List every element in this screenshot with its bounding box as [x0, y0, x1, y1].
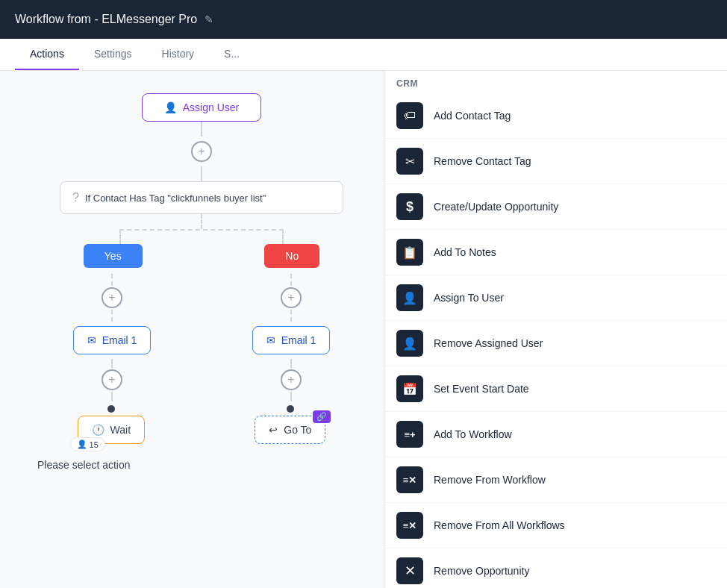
- action-item-create-opportunity[interactable]: $ Create/Update Opportunity: [384, 184, 727, 230]
- action-label-remove-opportunity: Remove Opportunity: [434, 565, 529, 577]
- action-icon-add-contact-tag: 🏷: [396, 102, 423, 129]
- workflow-canvas: 👤 Assign User + ? If Contact Has Tag "cl…: [0, 71, 384, 588]
- action-label-create-opportunity: Create/Update Opportunity: [434, 201, 558, 213]
- action-icon-add-workflow: ≡+: [396, 421, 423, 448]
- action-item-remove-opportunity[interactable]: ✕ Remove Opportunity: [384, 548, 727, 588]
- link-badge: 🔗: [313, 410, 331, 423]
- action-icon-remove-from-workflow: ≡✕: [396, 466, 423, 493]
- add-btn-yes[interactable]: +: [102, 287, 122, 308]
- goto-node[interactable]: ↩ Go To 🔗: [255, 416, 325, 444]
- branch-h-connector: [22, 214, 381, 244]
- wait-goto-row: 🕐 Wait 👤 15 ↩ Go To: [22, 405, 381, 444]
- main-content: 👤 Assign User + ? If Contact Has Tag "cl…: [0, 71, 727, 588]
- branch-section: Yes No + +: [22, 214, 381, 477]
- goto-label: Go To: [284, 424, 311, 436]
- user-icon-small: 👤: [77, 440, 87, 449]
- add-step-btn-1[interactable]: +: [191, 141, 212, 162]
- wait-node-wrapper: 🕐 Wait 👤 15: [78, 405, 145, 444]
- action-item-remove-from-workflow[interactable]: ≡✕ Remove From Workflow: [384, 457, 727, 503]
- branch-v-connectors: + +: [22, 274, 381, 322]
- email-nodes-row: ✉ Email 1 ✉ Email 1: [22, 326, 381, 354]
- goto-icon: ↩: [269, 424, 278, 436]
- tab-actions[interactable]: Actions: [15, 39, 79, 70]
- user-count: 15: [90, 440, 99, 449]
- add-btn-no-2[interactable]: +: [281, 369, 302, 390]
- tab-s[interactable]: S...: [209, 39, 255, 70]
- condition-text: If Contact Has Tag "clickfunnels buyer l…: [85, 193, 266, 204]
- email-label-1: Email 1: [102, 334, 137, 346]
- email-icon-2: ✉: [266, 334, 275, 346]
- please-select-text: Please select action: [37, 453, 131, 477]
- below-email-connectors: + +: [22, 359, 381, 401]
- connector-line-2: [201, 166, 202, 181]
- action-icon-add-notes: 📋: [396, 239, 423, 266]
- workflow-area: 👤 Assign User + ? If Contact Has Tag "cl…: [15, 86, 384, 477]
- please-select-section: Please select action: [37, 453, 381, 477]
- tab-history[interactable]: History: [147, 39, 210, 70]
- action-item-assign-user[interactable]: 👤 Assign To User: [384, 275, 727, 321]
- header: Workflow from - ELMessenger Pro ✎: [0, 0, 727, 39]
- action-item-remove-assigned-user[interactable]: 👤 Remove Assigned User: [384, 321, 727, 366]
- action-icon-set-event-date: 📅: [396, 375, 423, 402]
- wait-label: Wait: [110, 424, 131, 436]
- action-label-remove-assigned-user: Remove Assigned User: [434, 337, 543, 349]
- panel-section-label: CRM: [384, 71, 727, 93]
- edit-icon[interactable]: ✎: [205, 13, 213, 25]
- email-node-no[interactable]: ✉ Email 1: [252, 326, 331, 354]
- tab-settings[interactable]: Settings: [79, 39, 147, 70]
- connector-line-1: [201, 122, 202, 137]
- condition-row: ? If Contact Has Tag "clickfunnels buyer…: [15, 181, 384, 214]
- right-panel: CRM 🏷 Add Contact Tag ✂ Remove Contact T…: [384, 71, 727, 588]
- action-icon-remove-assigned-user: 👤: [396, 330, 423, 357]
- add-btn-no[interactable]: +: [281, 287, 302, 308]
- action-label-add-notes: Add To Notes: [434, 246, 496, 258]
- action-label-remove-from-workflow: Remove From Workflow: [434, 474, 546, 486]
- assign-user-row: 👤 Assign User: [15, 93, 384, 122]
- email-label-2: Email 1: [281, 334, 316, 346]
- help-icon: ?: [72, 191, 79, 204]
- action-item-add-notes[interactable]: 📋 Add To Notes: [384, 230, 727, 275]
- action-label-set-event-date: Set Event Start Date: [434, 383, 529, 395]
- goto-node-wrapper: ↩ Go To 🔗: [255, 405, 325, 444]
- no-button[interactable]: No: [264, 244, 319, 268]
- action-label-add-workflow: Add To Workflow: [434, 428, 512, 440]
- action-label-remove-all-workflows: Remove From All Workflows: [434, 519, 565, 531]
- action-item-add-contact-tag[interactable]: 🏷 Add Contact Tag: [384, 93, 727, 139]
- assign-user-icon: 👤: [164, 101, 177, 113]
- action-item-remove-all-workflows[interactable]: ≡✕ Remove From All Workflows: [384, 503, 727, 548]
- user-badge: 👤 15: [70, 437, 105, 451]
- action-label-remove-contact-tag: Remove Contact Tag: [434, 155, 531, 167]
- tabs-bar: Actions Settings History S...: [0, 39, 727, 71]
- assign-user-node[interactable]: 👤 Assign User: [142, 93, 261, 122]
- clock-icon: 🕐: [92, 424, 104, 436]
- action-icon-create-opportunity: $: [396, 193, 423, 220]
- action-item-set-event-date[interactable]: 📅 Set Event Start Date: [384, 366, 727, 412]
- add-btn-yes-2[interactable]: +: [102, 369, 122, 390]
- email-node-yes[interactable]: ✉ Email 1: [73, 326, 152, 354]
- action-icon-remove-all-workflows: ≡✕: [396, 512, 423, 539]
- page-title: Workflow from - ELMessenger Pro: [15, 13, 197, 26]
- yes-button[interactable]: Yes: [84, 244, 143, 268]
- action-icon-remove-opportunity: ✕: [396, 557, 423, 584]
- condition-node[interactable]: ? If Contact Has Tag "clickfunnels buyer…: [60, 181, 343, 214]
- action-label-add-contact-tag: Add Contact Tag: [434, 110, 511, 122]
- action-icon-assign-user: 👤: [396, 284, 423, 311]
- action-item-add-workflow[interactable]: ≡+ Add To Workflow: [384, 412, 727, 457]
- action-label-assign-user: Assign To User: [434, 292, 504, 304]
- action-item-remove-contact-tag[interactable]: ✂ Remove Contact Tag: [384, 139, 727, 184]
- branch-buttons-row: Yes No: [22, 244, 381, 268]
- action-icon-remove-contact-tag: ✂: [396, 148, 423, 175]
- assign-user-label: Assign User: [183, 101, 239, 113]
- email-icon-1: ✉: [87, 334, 96, 346]
